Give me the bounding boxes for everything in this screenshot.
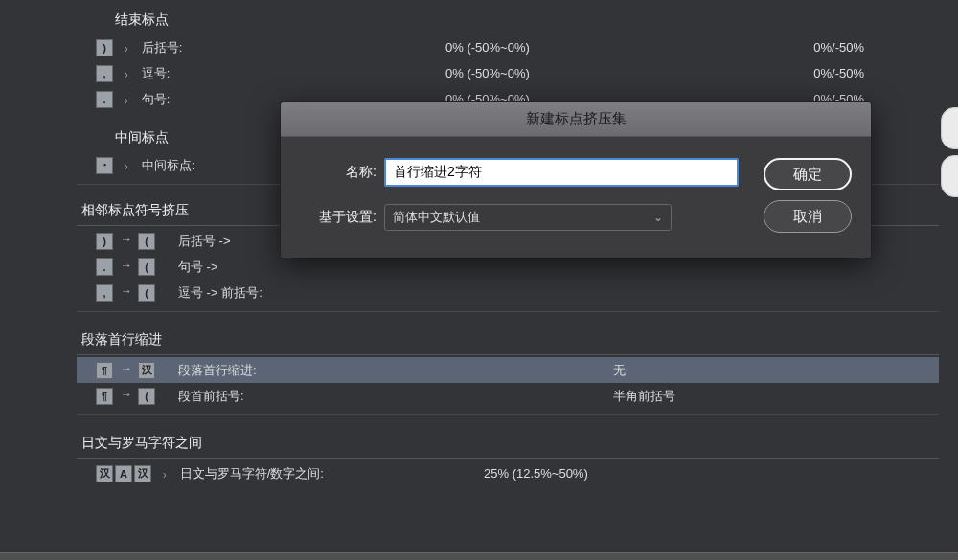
row-label: 逗号 -> 前括号:: [178, 284, 262, 302]
arrow-icon: →: [121, 284, 132, 302]
name-input[interactable]: [384, 158, 739, 187]
side-tab[interactable]: [941, 107, 958, 149]
row-label: 段首前括号:: [178, 388, 244, 405]
row-value2: 0%/-50%: [813, 66, 864, 80]
annotation-arrow: [0, 492, 958, 560]
chevron-icon: ›: [125, 92, 128, 105]
pilcrow-icon: ¶: [96, 388, 113, 405]
row-mid-value: 无: [613, 362, 626, 379]
ok-button[interactable]: 确定: [764, 158, 852, 190]
row-label: 日文与罗马字符/数字之间:: [180, 465, 324, 482]
row-label: 后括号 ->: [178, 233, 231, 250]
basis-label: 基于设置:: [300, 209, 376, 226]
row-value2: 0%/-50%: [813, 40, 864, 55]
section-end-punct: 结束标点: [77, 6, 939, 34]
period-icon: .: [96, 91, 113, 108]
row-label: 中间标点:: [142, 157, 195, 174]
row-label: 句号:: [142, 91, 171, 108]
cjk-icon: 汉: [138, 362, 155, 379]
pilcrow-icon: ¶: [96, 362, 113, 379]
cjk-icon: 汉: [134, 465, 151, 482]
basis-value: 简体中文默认值: [393, 209, 480, 226]
row-label: 逗号:: [142, 65, 171, 82]
row-comma[interactable]: , › 逗号: 0% (-50%~0%) 0%/-50%: [77, 60, 939, 86]
arrow-icon: →: [121, 258, 132, 276]
open-bracket-icon: (: [138, 258, 155, 276]
section-jp-roman: 日文与罗马字符之间: [77, 429, 939, 459]
close-bracket-icon: ): [96, 233, 113, 250]
basis-select[interactable]: 简体中文默认值 ⌄: [384, 204, 672, 231]
open-bracket-icon: (: [138, 284, 155, 302]
mid-dot-icon: ・: [96, 157, 113, 174]
side-tab[interactable]: [941, 155, 958, 197]
row-value: 0% (-50%~0%): [445, 40, 530, 55]
name-label: 名称:: [300, 164, 376, 181]
row-indent-cjk[interactable]: ¶ → 汉 段落首行缩进: 无: [77, 357, 939, 383]
new-mojikumi-set-dialog: 新建标点挤压集 名称: 基于设置: 简体中文默认值 ⌄ 确定 取消: [280, 101, 872, 258]
chevron-icon: ›: [125, 40, 128, 54]
row-label: 后括号:: [142, 39, 183, 56]
open-bracket-icon: (: [138, 388, 155, 405]
arrow-icon: →: [121, 362, 132, 379]
chevron-icon: ›: [125, 158, 128, 171]
row-value: 25% (12.5%~50%): [484, 466, 588, 481]
dialog-title: 新建标点挤压集: [281, 102, 871, 137]
latin-icon: A: [115, 465, 132, 482]
period-icon: .: [96, 258, 113, 276]
row-comma-bracket[interactable]: , → ( 逗号 -> 前括号:: [77, 280, 939, 305]
open-bracket-icon: (: [138, 233, 155, 250]
comma-icon: ,: [96, 284, 113, 302]
chevron-down-icon: ⌄: [653, 211, 663, 224]
arrow-icon: →: [121, 388, 132, 405]
row-indent-bracket[interactable]: ¶ → ( 段首前括号: 半角前括号: [77, 383, 939, 409]
comma-icon: ,: [96, 65, 113, 82]
side-tabs: [941, 107, 958, 203]
row-label: 段落首行缩进:: [178, 362, 257, 379]
bottom-bar: [0, 552, 958, 560]
chevron-icon: ›: [125, 66, 128, 79]
row-mid-value: 半角前括号: [613, 388, 675, 405]
row-label: 句号 ->: [178, 258, 218, 276]
close-bracket-icon: ): [96, 39, 113, 56]
cjk-icon: 汉: [96, 465, 113, 482]
arrow-icon: →: [121, 233, 132, 250]
row-jp-roman[interactable]: 汉 A 汉 › 日文与罗马字符/数字之间: 25% (12.5%~50%): [77, 460, 939, 486]
cancel-button[interactable]: 取消: [764, 200, 852, 233]
section-first-indent: 段落首行缩进: [77, 325, 939, 355]
chevron-icon: ›: [163, 466, 167, 480]
row-close-bracket[interactable]: ) › 后括号: 0% (-50%~0%) 0%/-50%: [77, 34, 939, 60]
row-value: 0% (-50%~0%): [445, 66, 530, 80]
